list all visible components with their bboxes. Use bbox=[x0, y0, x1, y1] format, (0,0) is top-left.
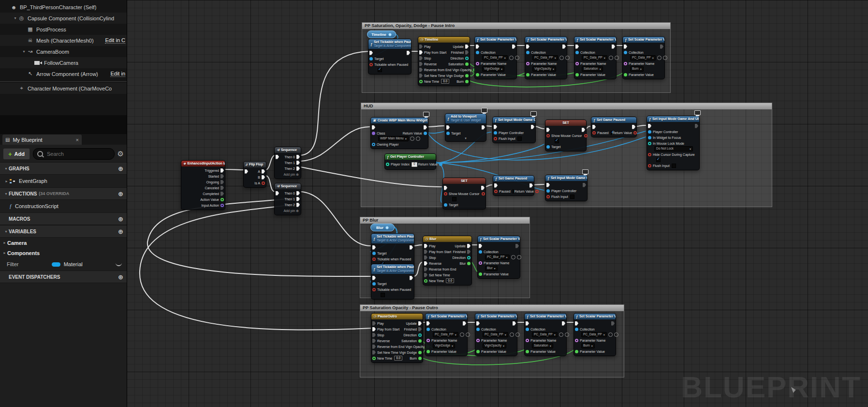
set-scalar-parameter-value-outro-4[interactable]: ƒSet Scalar Parameter ValueCollectionPC_… bbox=[574, 313, 616, 356]
pin-exec-in[interactable] bbox=[494, 125, 497, 129]
dropdown[interactable]: PC_Data_PP▾ bbox=[483, 332, 508, 337]
section-graphs[interactable]: ▾GRAPHS⊕ bbox=[0, 162, 127, 175]
pin-exec-in[interactable] bbox=[494, 183, 498, 188]
variable-category-camera[interactable]: ▸Camera bbox=[0, 238, 127, 248]
eye-closed-icon[interactable] bbox=[116, 262, 122, 266]
pin-exec-in[interactable] bbox=[372, 333, 376, 337]
checkbox[interactable] bbox=[452, 197, 456, 201]
checkbox[interactable] bbox=[513, 189, 514, 194]
pin-bool-in[interactable] bbox=[444, 192, 447, 196]
pin-exec-out[interactable] bbox=[582, 128, 585, 132]
enhanced-input-action-ia-pause-node[interactable]: ◈EnhancedInputAction IA_PauseTriggeredSt… bbox=[181, 160, 225, 210]
browse-asset-icon[interactable] bbox=[515, 332, 520, 337]
pin-name-in[interactable] bbox=[476, 339, 480, 342]
pin-bool-in[interactable] bbox=[592, 131, 596, 135]
dropdown[interactable]: PC_Data_PP▾ bbox=[433, 332, 458, 337]
pin-float-out[interactable] bbox=[418, 351, 422, 354]
pin-obj-in[interactable] bbox=[494, 131, 497, 135]
pin-exec-in[interactable] bbox=[592, 125, 596, 129]
pin-name-in[interactable] bbox=[427, 339, 430, 342]
pin-obj-in[interactable] bbox=[476, 51, 479, 54]
pin-exec-in[interactable] bbox=[245, 169, 248, 174]
pin-exec-out[interactable] bbox=[296, 191, 300, 196]
pin-exec-out[interactable] bbox=[221, 180, 224, 184]
expander-icon[interactable]: ▾ bbox=[3, 166, 9, 171]
browse-asset-icon[interactable] bbox=[416, 136, 420, 141]
search-box[interactable] bbox=[33, 148, 115, 160]
node-header[interactable]: ◷Timeline bbox=[418, 37, 470, 43]
pin-float-in[interactable] bbox=[526, 350, 529, 353]
pin-float-in[interactable] bbox=[476, 73, 479, 76]
pin-obj-in[interactable] bbox=[476, 328, 480, 331]
dropdown[interactable]: Blur▾ bbox=[485, 266, 498, 271]
sequence-node-2[interactable]: ⇉SequenceThen 0Then 1Then 2Add pin ⊕ bbox=[274, 183, 301, 215]
checkbox[interactable] bbox=[381, 293, 385, 297]
pin-exec-in[interactable] bbox=[276, 155, 279, 159]
pin-float-out[interactable] bbox=[465, 80, 469, 83]
pin-float-out[interactable] bbox=[467, 262, 471, 265]
pin-bool-in[interactable] bbox=[372, 288, 376, 291]
expander-icon[interactable]: ▸ bbox=[2, 251, 7, 255]
pin-exec-out[interactable] bbox=[296, 155, 300, 159]
use-selected-asset-icon[interactable] bbox=[559, 56, 564, 60]
pin-exec-out[interactable] bbox=[424, 125, 427, 130]
pin-bool-out[interactable] bbox=[535, 190, 539, 193]
pin-float-in[interactable] bbox=[476, 350, 480, 353]
dropdown[interactable]: Saturation▾ bbox=[582, 66, 603, 72]
node-header[interactable]: ƒSet Scalar Parameter Value bbox=[475, 314, 517, 319]
checkbox[interactable] bbox=[656, 158, 661, 162]
pin-exec-in[interactable] bbox=[476, 321, 480, 326]
use-selected-asset-icon[interactable] bbox=[511, 255, 515, 259]
pin-obj-in[interactable] bbox=[546, 189, 550, 193]
variable-category-components[interactable]: ▸Components bbox=[0, 248, 127, 258]
pin-int-in[interactable] bbox=[386, 163, 389, 166]
pin-exec-out[interactable] bbox=[481, 186, 485, 190]
pin-exec-in[interactable] bbox=[446, 125, 450, 130]
add-circle-icon[interactable]: ⊕ bbox=[118, 190, 123, 197]
pin-exec-out[interactable] bbox=[262, 175, 265, 180]
node-header[interactable]: ƒSet Tickable when PausedTarget is Actor… bbox=[371, 264, 414, 274]
pin-exec-in[interactable] bbox=[575, 321, 578, 326]
dropdown[interactable]: VignDodge▾ bbox=[433, 343, 455, 348]
set-scalar-parameter-value-intro-4[interactable]: ƒSet Scalar Parameter ValueCollectionPC_… bbox=[622, 36, 665, 79]
value-input[interactable]: 0.0 bbox=[446, 278, 454, 283]
pin-float-in[interactable] bbox=[427, 350, 430, 353]
pin-exec-out[interactable] bbox=[562, 45, 566, 49]
dropdown[interactable]: PC_Blur_PP▾ bbox=[485, 255, 510, 260]
pin-exec-out[interactable] bbox=[221, 174, 224, 179]
pin-name-in[interactable] bbox=[476, 62, 479, 65]
pin-exec-in[interactable] bbox=[444, 186, 447, 190]
pin-obj-in[interactable] bbox=[575, 328, 578, 331]
set-input-mode-game-only-node-2[interactable]: ƒSet Input Mode Game OnlyPlayer Controll… bbox=[545, 175, 588, 201]
pin-cls-in[interactable] bbox=[372, 132, 375, 135]
set-scalar-parameter-value-blur[interactable]: ƒSet Scalar Parameter ValueCollectionPC_… bbox=[477, 236, 520, 279]
node-header[interactable]: ⇉Sequence bbox=[275, 183, 301, 189]
browse-asset-icon[interactable] bbox=[466, 332, 470, 337]
dropdown[interactable]: PC_Data_PP▾ bbox=[581, 332, 607, 337]
pin-exec-in[interactable] bbox=[624, 45, 627, 49]
expander-icon[interactable]: ▾ bbox=[3, 192, 9, 196]
blur-variable-pill[interactable]: Blur bbox=[370, 224, 395, 231]
browse-asset-icon[interactable] bbox=[565, 332, 569, 337]
pin-exec-out[interactable] bbox=[262, 169, 265, 174]
use-selected-asset-icon[interactable] bbox=[510, 332, 514, 337]
use-selected-asset-icon[interactable] bbox=[509, 56, 514, 60]
browse-asset-icon[interactable] bbox=[517, 255, 521, 259]
timeline-variable-pill[interactable]: Timeline bbox=[367, 30, 396, 38]
pin-bool-in[interactable] bbox=[372, 257, 376, 261]
expand-node-icon[interactable]: ▾ bbox=[465, 136, 467, 140]
use-selected-asset-icon[interactable] bbox=[609, 56, 613, 60]
set-scalar-parameter-value-intro-1[interactable]: ƒSet Scalar Parameter ValueCollectionPC_… bbox=[474, 36, 517, 79]
pin-exec-out[interactable] bbox=[513, 321, 516, 326]
pin-exec-out[interactable] bbox=[221, 192, 224, 196]
pin-float-out[interactable] bbox=[465, 74, 469, 77]
checkbox[interactable] bbox=[672, 164, 676, 168]
dropdown[interactable]: Burn▾ bbox=[630, 66, 644, 72]
pin-exec-in[interactable] bbox=[424, 267, 427, 271]
pin-exec-in[interactable] bbox=[526, 45, 530, 49]
gear-icon[interactable]: ⚙ bbox=[118, 150, 124, 158]
expander-icon[interactable]: ▾ bbox=[13, 16, 18, 20]
pin-exec-in[interactable] bbox=[372, 276, 376, 280]
node-header[interactable]: ƒSet Game Paused bbox=[493, 176, 534, 181]
timeline-node-blur[interactable]: ◷BlurPlayUpdatePlay from StartFinishedSt… bbox=[423, 236, 472, 286]
